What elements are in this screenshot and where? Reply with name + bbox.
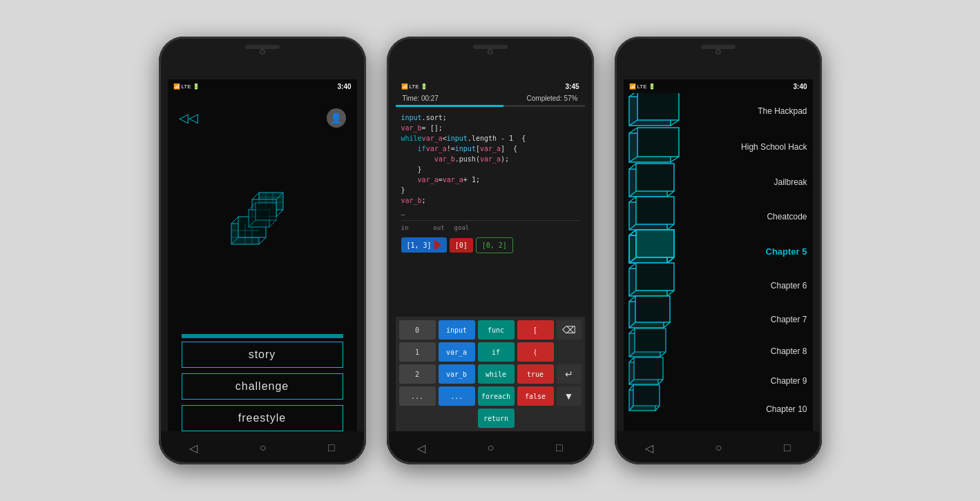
key-while[interactable]: while (478, 364, 515, 384)
status-bar-3: 📶LTE🔋 3:40 (624, 79, 813, 93)
scene: 📶LTE🔋 3:40 ◁◁ 👤 (0, 0, 980, 501)
code-line-9: var_b; (401, 195, 579, 206)
chapter-item-1[interactable]: The Hackpad (709, 93, 813, 129)
nav2-home-icon[interactable]: ○ (488, 442, 494, 454)
status-time-2: 3:45 (565, 83, 579, 90)
svg-line-43 (629, 197, 636, 202)
key-backspace[interactable]: ⌫ (557, 320, 582, 340)
code-line-7: var_a = var_a + 1; (401, 175, 579, 185)
code-line-3: while var_a < input.length - 1 { (401, 133, 579, 144)
nav-back-icon[interactable]: ◁ (189, 442, 198, 455)
svg-line-30 (671, 120, 679, 126)
svg-line-65 (660, 352, 666, 357)
phone1-header: ◁◁ 👤 (168, 92, 357, 133)
code-line-1: input.sort; (401, 112, 579, 123)
svg-line-1 (252, 193, 259, 199)
key-return[interactable]: return (478, 409, 515, 428)
status-bar-2: 📶LTE🔋 3:45 (396, 79, 585, 93)
phone3-nav-bar: ◁ ○ □ (615, 431, 822, 464)
svg-line-60 (664, 322, 670, 328)
nav3-recents-icon[interactable]: □ (784, 442, 791, 454)
chapter-list-container: The Hackpad High School Hack Jailbreak C… (624, 93, 813, 431)
svg-line-50 (667, 257, 674, 263)
code-line-8: } (401, 185, 579, 195)
svg-line-14 (259, 237, 266, 244)
key-foreach[interactable]: foreach (478, 386, 515, 406)
nav-home-icon[interactable]: ○ (260, 442, 267, 454)
svg-rect-26 (256, 203, 276, 220)
code-line-5: var_b.push(var_a); (401, 154, 579, 164)
svg-line-75 (655, 406, 660, 411)
status-icons-1: 📶LTE🔋 (173, 84, 200, 90)
key-var-a[interactable]: var_a (439, 342, 475, 362)
key-var-b[interactable]: var_b (439, 364, 475, 384)
chapter-item-6[interactable]: Chapter 6 (709, 268, 813, 303)
key-2[interactable]: 2 (399, 364, 436, 384)
menu-accent-top (182, 334, 343, 338)
phone3-bg: 📶LTE🔋 3:40 (624, 79, 813, 431)
nav3-home-icon[interactable]: ○ (715, 442, 722, 454)
phone1-bg: 📶LTE🔋 3:40 ◁◁ 👤 (168, 79, 357, 431)
logo-area (221, 140, 304, 313)
svg-line-68 (629, 357, 634, 362)
io-in-label: in (401, 224, 409, 233)
story-button[interactable]: story (182, 342, 343, 368)
chapter-item-9[interactable]: Chapter 9 (709, 366, 813, 395)
key-enter[interactable]: ↵ (557, 364, 582, 384)
phone3-screen: 📶LTE🔋 3:40 (624, 79, 813, 431)
code-line-2: var_b = []; (401, 123, 579, 133)
key-ellipsis-2[interactable]: ... (439, 386, 475, 406)
nav3-back-icon[interactable]: ◁ (645, 442, 653, 455)
nav2-back-icon[interactable]: ◁ (417, 442, 425, 455)
io-out-value: [0] (450, 238, 473, 253)
chapter-item-8[interactable]: Chapter 8 (709, 336, 813, 366)
status-icons-3: 📶LTE🔋 (629, 84, 655, 90)
freestyle-button[interactable]: freestyle (182, 405, 343, 431)
avatar[interactable]: 👤 (327, 108, 346, 128)
key-func[interactable]: func (478, 320, 515, 340)
key-0[interactable]: 0 (399, 320, 436, 340)
chapter-item-5[interactable]: Chapter 5 (709, 234, 813, 268)
code-area[interactable]: input.sort; var_b = []; while var_a < in… (396, 107, 585, 317)
phone-code-editor: 📶LTE🔋 3:45 Time: 00:27 Completed: 57% in… (387, 37, 594, 464)
code-line-6: } (401, 164, 579, 175)
status-bar-1: 📶LTE🔋 3:40 (168, 79, 357, 93)
phone-camera (260, 49, 265, 55)
nav-recents-icon[interactable]: □ (328, 442, 335, 454)
chapter-item-10[interactable]: Chapter 10 (709, 395, 813, 423)
blocks-svg (624, 93, 713, 431)
progress-fill (396, 105, 503, 107)
key-if[interactable]: if (478, 342, 515, 362)
wireframe-logo (221, 186, 304, 268)
key-false[interactable]: false (517, 386, 554, 406)
key-down[interactable]: ▼ (557, 386, 582, 406)
phone2-nav-bar: ◁ ○ □ (387, 431, 594, 464)
key-ellipsis-1[interactable]: ... (399, 386, 436, 406)
phone2-screen: 📶LTE🔋 3:45 Time: 00:27 Completed: 57% in… (396, 79, 585, 431)
chapter-item-2[interactable]: High School Hack (709, 129, 813, 165)
io-goal-label: goal (454, 224, 470, 233)
svg-line-55 (667, 291, 674, 296)
svg-line-48 (629, 230, 636, 235)
key-true[interactable]: true (517, 364, 554, 384)
key-bracket[interactable]: [ (517, 320, 554, 340)
key-paren[interactable]: ( (517, 342, 554, 362)
chapter-item-3[interactable]: Jailbreak (709, 165, 813, 199)
svg-line-38 (629, 164, 636, 169)
svg-line-63 (629, 328, 635, 333)
code-line-10: _ (401, 206, 579, 216)
menu-buttons: story challenge freestyle (168, 334, 357, 431)
svg-line-45 (667, 224, 674, 230)
svg-line-12 (231, 217, 238, 224)
phone-main-menu: 📶LTE🔋 3:40 ◁◁ 👤 (159, 37, 366, 464)
sound-icon[interactable]: ◁◁ (179, 108, 198, 128)
challenge-button[interactable]: challenge (182, 373, 343, 400)
nav2-recents-icon[interactable]: □ (556, 442, 563, 454)
io-out-label: out (433, 224, 444, 233)
chapter-item-4[interactable]: Cheatcode (709, 199, 813, 234)
key-1[interactable]: 1 (399, 342, 436, 362)
svg-line-40 (667, 191, 674, 197)
chapter-item-7[interactable]: Chapter 7 (709, 303, 813, 336)
key-input[interactable]: input (439, 320, 475, 340)
status-time-3: 3:40 (793, 83, 807, 90)
